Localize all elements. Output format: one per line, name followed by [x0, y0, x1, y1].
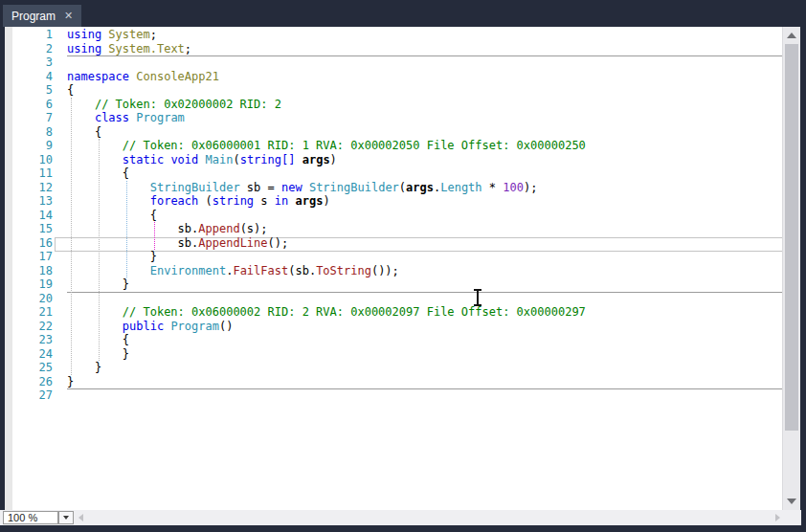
- code-line: using System.Text;: [67, 42, 586, 56]
- zoom-dropdown-button[interactable]: [58, 511, 74, 524]
- code-line: public Program(): [67, 320, 586, 334]
- code-text-area[interactable]: using System;using System.Text;namespace…: [67, 28, 586, 403]
- code-line: using System;: [67, 28, 586, 42]
- line-number: 3: [5, 55, 53, 70]
- line-number: 7: [5, 111, 53, 125]
- code-segment: ConsoleApp21: [136, 70, 219, 83]
- code-segment: {: [67, 166, 129, 180]
- hscroll-right-arrow-icon[interactable]: [775, 514, 780, 521]
- line-number: 24: [5, 347, 53, 362]
- code-segment: class: [95, 111, 129, 124]
- code-segment: args: [302, 153, 330, 166]
- code-segment: [198, 153, 205, 166]
- line-number: 2: [5, 42, 53, 56]
- code-segment: [67, 98, 95, 111]
- code-line: }: [67, 375, 586, 389]
- code-segment: FailFast: [233, 264, 288, 277]
- tab-bar: Program ✕: [0, 0, 806, 27]
- code-segment: }: [67, 361, 101, 374]
- code-line: {: [67, 166, 586, 181]
- scroll-up-arrow-icon[interactable]: [787, 33, 796, 38]
- line-number-column: 1234567891011121314151617181920212223242…: [5, 28, 53, 403]
- line-number: 13: [5, 194, 53, 209]
- hscroll-left-arrow-icon[interactable]: [78, 514, 83, 521]
- code-line: {: [67, 125, 586, 140]
- line-number: 11: [5, 166, 53, 181]
- close-icon[interactable]: ✕: [64, 11, 73, 21]
- code-segment: ): [323, 194, 329, 208]
- line-number: 20: [5, 292, 53, 306]
- code-segment: Environment: [150, 264, 226, 277]
- code-segment: sb =: [240, 181, 281, 194]
- line-number: 23: [5, 333, 53, 347]
- code-segment: ;: [185, 42, 191, 55]
- code-segment: s: [254, 194, 275, 208]
- line-number: 18: [5, 264, 53, 278]
- code-segment: args: [406, 181, 434, 194]
- code-editor[interactable]: 1234567891011121314151617181920212223242…: [5, 27, 800, 510]
- code-line: {: [67, 83, 586, 98]
- code-segment: static: [123, 153, 164, 166]
- code-segment: }: [67, 375, 74, 388]
- code-segment: {: [67, 125, 101, 139]
- code-line: static void Main(string[] args): [67, 153, 586, 167]
- code-segment: using: [67, 42, 101, 55]
- line-number: 25: [5, 361, 53, 375]
- line-number: 4: [5, 70, 53, 84]
- vertical-scrollbar-thumb[interactable]: [785, 44, 798, 431]
- code-segment: Program: [170, 320, 219, 333]
- ibeam-stem: [477, 290, 479, 305]
- code-segment: ;: [150, 28, 157, 41]
- line-number: 19: [5, 277, 53, 292]
- code-segment: Main: [206, 153, 234, 166]
- code-line: {: [67, 209, 586, 223]
- code-segment: }: [67, 250, 157, 263]
- scroll-down-arrow-icon[interactable]: [787, 499, 796, 504]
- line-number: 15: [5, 222, 53, 236]
- dnspy-code-window: Program ✕ 123456789101112131415161718192…: [0, 0, 806, 532]
- line-number: 27: [5, 388, 53, 403]
- code-segment: (: [399, 181, 406, 194]
- zoom-level-combobox[interactable]: 100 %: [3, 511, 58, 524]
- code-segment: [302, 181, 309, 194]
- code-line: namespace ConsoleApp21: [67, 70, 586, 84]
- code-segment: (sb.: [288, 264, 316, 277]
- code-segment: sb.: [67, 236, 198, 250]
- code-line: // Token: 0x06000001 RID: 1 RVA: 0x00002…: [67, 139, 586, 153]
- code-line: }: [67, 277, 586, 292]
- code-segment: string: [213, 194, 254, 208]
- code-segment: sb.: [67, 222, 198, 235]
- code-segment: [67, 111, 95, 124]
- tab-program[interactable]: Program ✕: [3, 5, 81, 27]
- code-line: [67, 292, 586, 306]
- code-segment: foreach: [150, 194, 199, 208]
- code-segment: void: [170, 153, 198, 166]
- code-line: }: [67, 347, 586, 362]
- line-number: 5: [5, 83, 53, 98]
- line-number: 17: [5, 250, 53, 264]
- code-segment: Append: [198, 222, 239, 235]
- code-segment: {: [67, 209, 157, 222]
- line-number: 14: [5, 209, 53, 223]
- code-line: class Program: [67, 111, 586, 125]
- code-segment: {: [67, 333, 129, 346]
- code-segment: StringBuilder: [309, 181, 399, 194]
- code-line: {: [67, 333, 586, 347]
- code-line: Environment.FailFast(sb.ToString());: [67, 264, 586, 278]
- ibeam-bottom-serif: [474, 304, 481, 306]
- code-segment: (: [233, 153, 239, 166]
- line-number: 21: [5, 305, 53, 320]
- code-segment: // Token: 0x06000001 RID: 1 RVA: 0x00002…: [123, 139, 586, 152]
- chevron-down-icon: [63, 516, 69, 520]
- vertical-scrollbar[interactable]: [782, 27, 800, 510]
- code-segment: [67, 320, 123, 333]
- code-segment: }: [67, 277, 129, 291]
- line-number: 22: [5, 320, 53, 334]
- line-number: 16: [5, 236, 53, 251]
- code-segment: new: [281, 181, 302, 194]
- code-segment: // Token: 0x06000002 RID: 2 RVA: 0x00002…: [123, 305, 586, 319]
- code-segment: Program: [136, 111, 185, 124]
- code-segment: namespace: [67, 70, 129, 83]
- code-line: // Token: 0x02000002 RID: 2: [67, 98, 586, 112]
- code-segment: [67, 305, 123, 319]
